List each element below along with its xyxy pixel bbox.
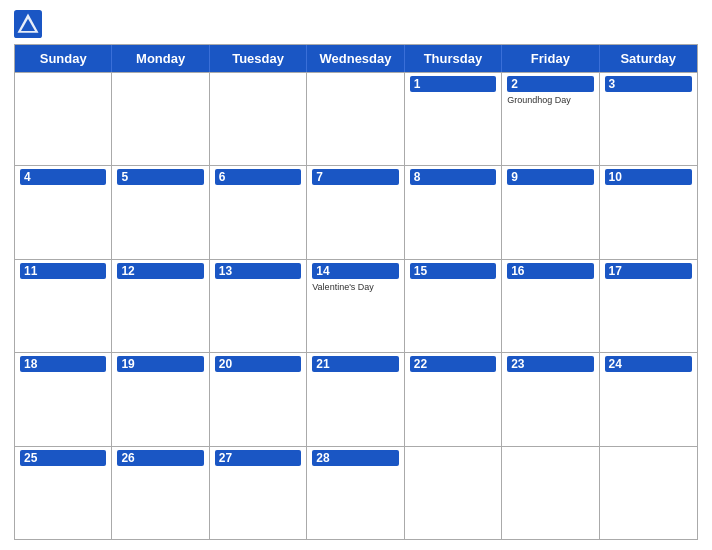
day-cell-8: 8: [405, 166, 502, 258]
day-number: 1: [410, 76, 496, 92]
day-header-saturday: Saturday: [600, 45, 697, 72]
day-cell-empty-0: [15, 73, 112, 165]
day-cell-empty-3: [307, 73, 404, 165]
day-header-tuesday: Tuesday: [210, 45, 307, 72]
day-cell-17: 17: [600, 260, 697, 352]
day-cell-empty-1: [112, 73, 209, 165]
logo: [14, 10, 46, 38]
day-header-sunday: Sunday: [15, 45, 112, 72]
day-number: 6: [215, 169, 301, 185]
day-number: 13: [215, 263, 301, 279]
day-cell-empty-5: [502, 447, 599, 539]
day-number: 11: [20, 263, 106, 279]
day-number: 17: [605, 263, 692, 279]
day-cell-15: 15: [405, 260, 502, 352]
day-number: 7: [312, 169, 398, 185]
day-header-wednesday: Wednesday: [307, 45, 404, 72]
day-number: 3: [605, 76, 692, 92]
day-cell-28: 28: [307, 447, 404, 539]
day-cell-3: 3: [600, 73, 697, 165]
day-header-friday: Friday: [502, 45, 599, 72]
day-cell-11: 11: [15, 260, 112, 352]
day-number: 18: [20, 356, 106, 372]
day-number: 16: [507, 263, 593, 279]
day-number: 15: [410, 263, 496, 279]
day-number: 19: [117, 356, 203, 372]
day-cell-10: 10: [600, 166, 697, 258]
day-cell-4: 4: [15, 166, 112, 258]
day-cell-empty-6: [600, 447, 697, 539]
day-cell-12: 12: [112, 260, 209, 352]
day-cell-20: 20: [210, 353, 307, 445]
day-number: 5: [117, 169, 203, 185]
day-number: 20: [215, 356, 301, 372]
week-row-2: 45678910: [15, 165, 697, 258]
day-number: 26: [117, 450, 203, 466]
day-cell-23: 23: [502, 353, 599, 445]
day-number: 24: [605, 356, 692, 372]
day-cell-2: 2Groundhog Day: [502, 73, 599, 165]
day-cell-empty-2: [210, 73, 307, 165]
logo-icon: [14, 10, 42, 38]
day-number: 23: [507, 356, 593, 372]
week-row-3: 11121314Valentine's Day151617: [15, 259, 697, 352]
week-row-1: 12Groundhog Day3: [15, 72, 697, 165]
weeks-container: 12Groundhog Day34567891011121314Valentin…: [15, 72, 697, 539]
day-number: 8: [410, 169, 496, 185]
day-cell-26: 26: [112, 447, 209, 539]
day-number: 14: [312, 263, 398, 279]
day-cell-14: 14Valentine's Day: [307, 260, 404, 352]
day-number: 28: [312, 450, 398, 466]
day-header-monday: Monday: [112, 45, 209, 72]
day-number: 4: [20, 169, 106, 185]
day-cell-9: 9: [502, 166, 599, 258]
day-cell-16: 16: [502, 260, 599, 352]
day-cell-13: 13: [210, 260, 307, 352]
day-number: 27: [215, 450, 301, 466]
calendar-page: SundayMondayTuesdayWednesdayThursdayFrid…: [0, 0, 712, 550]
day-cell-25: 25: [15, 447, 112, 539]
day-number: 21: [312, 356, 398, 372]
day-cell-empty-4: [405, 447, 502, 539]
header: [14, 10, 698, 38]
day-header-thursday: Thursday: [405, 45, 502, 72]
day-cell-5: 5: [112, 166, 209, 258]
day-cell-7: 7: [307, 166, 404, 258]
day-cell-6: 6: [210, 166, 307, 258]
event-label: Groundhog Day: [507, 95, 593, 107]
calendar-grid: SundayMondayTuesdayWednesdayThursdayFrid…: [14, 44, 698, 540]
week-row-5: 25262728: [15, 446, 697, 539]
day-cell-22: 22: [405, 353, 502, 445]
day-cell-19: 19: [112, 353, 209, 445]
day-cell-18: 18: [15, 353, 112, 445]
day-number: 9: [507, 169, 593, 185]
day-cell-27: 27: [210, 447, 307, 539]
day-number: 22: [410, 356, 496, 372]
week-row-4: 18192021222324: [15, 352, 697, 445]
day-cell-24: 24: [600, 353, 697, 445]
day-headers-row: SundayMondayTuesdayWednesdayThursdayFrid…: [15, 45, 697, 72]
event-label: Valentine's Day: [312, 282, 398, 294]
day-number: 2: [507, 76, 593, 92]
day-number: 25: [20, 450, 106, 466]
day-cell-21: 21: [307, 353, 404, 445]
day-number: 10: [605, 169, 692, 185]
day-number: 12: [117, 263, 203, 279]
day-cell-1: 1: [405, 73, 502, 165]
